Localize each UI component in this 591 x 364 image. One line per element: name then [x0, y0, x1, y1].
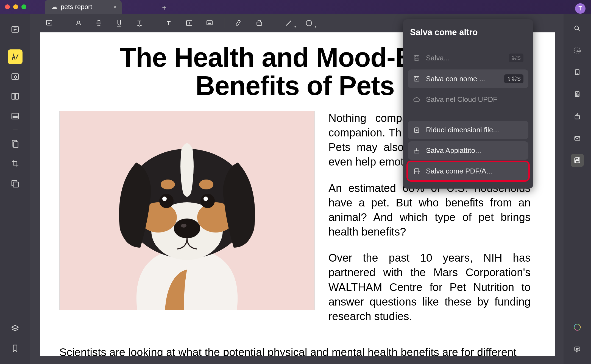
- ocr-button[interactable]: OCR: [571, 44, 584, 57]
- fill-sign-button[interactable]: [8, 136, 23, 151]
- email-button[interactable]: [571, 132, 584, 145]
- pencil-tool-button[interactable]: [233, 17, 245, 29]
- svg-rect-42: [415, 58, 418, 60]
- save-to-cloud-menu-item[interactable]: Salva nel Cloud UPDF: [408, 90, 528, 109]
- workspace: T T T ▼: [0, 14, 591, 364]
- compress-icon: [413, 126, 420, 134]
- svg-point-62: [573, 323, 581, 331]
- svg-rect-41: [416, 55, 418, 57]
- underline-tool-button[interactable]: [113, 17, 125, 29]
- edit-pdf-button[interactable]: [8, 69, 23, 84]
- eraser-tool-button[interactable]: [253, 17, 265, 29]
- tab-title: pets report: [61, 3, 92, 11]
- svg-rect-12: [13, 182, 18, 187]
- shape-tool-button[interactable]: ▼: [303, 17, 315, 29]
- right-sidebar: OCR: [564, 14, 591, 364]
- comment-annotate-button[interactable]: [8, 49, 23, 64]
- main-area: T T T ▼: [30, 14, 564, 364]
- svg-rect-59: [576, 158, 578, 159]
- strikethrough-tool-button[interactable]: [93, 17, 105, 29]
- svg-rect-10: [14, 142, 18, 147]
- save-as-menu-item[interactable]: Salva con nome ... ⇧⌘S: [408, 69, 528, 88]
- svg-rect-22: [207, 21, 212, 25]
- save-menu-item[interactable]: Salva... ⌘S: [408, 49, 528, 67]
- menu-item-label: Salva Appiattito...: [426, 146, 523, 155]
- redact-button[interactable]: [8, 109, 23, 124]
- document-image: [59, 111, 315, 310]
- text-tool-button[interactable]: T: [163, 17, 175, 29]
- left-sidebar: [0, 14, 30, 364]
- share-button[interactable]: [571, 110, 584, 123]
- ai-assistant-button[interactable]: [571, 321, 584, 334]
- separator: [408, 44, 528, 44]
- cloud-upload-icon: [413, 96, 420, 103]
- svg-line-50: [578, 30, 580, 31]
- compare-button[interactable]: [8, 176, 23, 191]
- close-window-button[interactable]: [5, 4, 10, 9]
- svg-point-36: [162, 197, 167, 201]
- pdfa-icon: PDF/A: [413, 167, 420, 175]
- fullscreen-window-button[interactable]: [21, 4, 26, 9]
- save-as-pdfa-menu-item[interactable]: PDF/A Salva come PDF/A...: [408, 162, 528, 180]
- minimize-window-button[interactable]: [13, 4, 18, 9]
- paragraph: Over the past 10 years, NIH has partnere…: [328, 251, 531, 324]
- separator: [274, 18, 274, 28]
- bookmark-button[interactable]: [8, 341, 23, 356]
- separator: [64, 18, 64, 28]
- close-tab-button[interactable]: ×: [113, 4, 117, 10]
- menu-item-label: Salva con nome ...: [426, 75, 499, 83]
- paragraph: An estimated 68% of U.S. households have…: [328, 181, 531, 239]
- separator: [224, 18, 224, 28]
- svg-point-35: [200, 194, 215, 208]
- chat-button[interactable]: [571, 343, 584, 356]
- svg-point-37: [203, 197, 208, 201]
- layers-button[interactable]: [8, 321, 23, 336]
- highlight-tool-button[interactable]: [73, 17, 84, 29]
- svg-text:T: T: [138, 19, 141, 26]
- svg-text:OCR: OCR: [576, 49, 581, 52]
- titlebar: ☁ pets report × + T: [0, 0, 591, 14]
- svg-rect-13: [46, 20, 52, 25]
- reader-mode-button[interactable]: [8, 22, 23, 37]
- protect-button[interactable]: [571, 88, 584, 101]
- svg-point-64: [573, 323, 581, 331]
- save-as-other-button[interactable]: [571, 154, 584, 167]
- cloud-icon: ☁: [51, 3, 57, 10]
- svg-rect-46: [414, 151, 419, 153]
- document-tab[interactable]: ☁ pets report ×: [45, 0, 122, 14]
- note-tool-button[interactable]: [43, 17, 55, 29]
- save-flattened-menu-item[interactable]: Salva Appiattito...: [408, 141, 528, 160]
- dropdown-caret-icon: ▼: [294, 25, 297, 28]
- svg-point-34: [159, 194, 174, 208]
- save-as-icon: [413, 75, 420, 83]
- separator: [13, 43, 18, 43]
- window-controls: [5, 4, 26, 9]
- svg-text:T: T: [188, 21, 191, 25]
- menu-item-label: Riduci dimensioni file...: [426, 126, 523, 134]
- organize-pages-button[interactable]: [8, 89, 23, 104]
- menu-item-label: Salva come PDF/A...: [426, 167, 523, 175]
- line-tool-button[interactable]: ▼: [283, 17, 294, 29]
- export-button[interactable]: [571, 66, 584, 79]
- svg-rect-60: [576, 161, 579, 163]
- textbox-tool-button[interactable]: T: [183, 17, 195, 29]
- svg-point-32: [161, 180, 175, 189]
- svg-rect-45: [414, 128, 419, 132]
- reduce-file-size-menu-item[interactable]: Riduci dimensioni file...: [408, 121, 528, 139]
- svg-rect-65: [575, 347, 580, 351]
- svg-rect-8: [13, 116, 17, 117]
- svg-rect-44: [416, 76, 418, 78]
- svg-rect-4: [12, 74, 18, 79]
- svg-point-33: [199, 180, 213, 189]
- squiggly-tool-button[interactable]: T: [134, 17, 145, 29]
- crop-button[interactable]: [8, 156, 23, 171]
- svg-point-49: [575, 26, 579, 30]
- title-line: Benefits of Pets: [196, 71, 395, 101]
- dog-illustration-icon: [83, 111, 291, 310]
- callout-tool-button[interactable]: [204, 17, 215, 29]
- new-tab-button[interactable]: +: [162, 3, 166, 12]
- separator: [154, 18, 154, 28]
- search-button[interactable]: [571, 22, 584, 35]
- user-avatar[interactable]: T: [575, 3, 586, 14]
- svg-rect-43: [414, 76, 419, 81]
